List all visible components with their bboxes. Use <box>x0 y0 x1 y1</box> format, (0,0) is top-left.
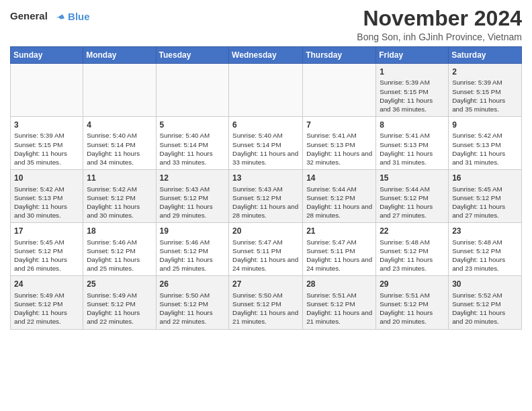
calendar-day-cell: 26Sunrise: 5:50 AMSunset: 5:12 PMDayligh… <box>156 276 229 329</box>
day-number: 14 <box>306 173 372 183</box>
calendar-day-cell: 22Sunrise: 5:48 AMSunset: 5:12 PMDayligh… <box>376 223 449 276</box>
day-number: 26 <box>160 279 226 289</box>
day-info: Sunrise: 5:41 AMSunset: 5:13 PMDaylight:… <box>380 131 445 167</box>
calendar-day-cell: 5Sunrise: 5:40 AMSunset: 5:14 PMDaylight… <box>156 117 229 170</box>
day-info: Sunrise: 5:43 AMSunset: 5:12 PMDaylight:… <box>160 185 226 220</box>
calendar-day-cell: 11Sunrise: 5:42 AMSunset: 5:12 PMDayligh… <box>83 170 156 223</box>
calendar-day-cell: 2Sunrise: 5:39 AMSunset: 5:15 PMDaylight… <box>449 64 522 117</box>
day-info: Sunrise: 5:47 AMSunset: 5:11 PMDaylight:… <box>306 238 372 273</box>
calendar-table: SundayMondayTuesdayWednesdayThursdayFrid… <box>10 46 522 329</box>
calendar-header: SundayMondayTuesdayWednesdayThursdayFrid… <box>11 47 522 64</box>
calendar-day-cell: 19Sunrise: 5:46 AMSunset: 5:12 PMDayligh… <box>156 223 229 276</box>
calendar-week-row: 3Sunrise: 5:39 AMSunset: 5:15 PMDaylight… <box>11 117 522 170</box>
calendar-day-cell <box>83 64 156 117</box>
weekday-sunday: Sunday <box>11 47 83 64</box>
calendar-body: 1Sunrise: 5:39 AMSunset: 5:15 PMDaylight… <box>11 64 522 329</box>
header: General Blue November 2024 Bong Son, inh… <box>10 7 522 42</box>
day-number: 24 <box>14 279 79 289</box>
day-info: Sunrise: 5:50 AMSunset: 5:12 PMDaylight:… <box>232 291 299 326</box>
day-number: 30 <box>452 279 518 289</box>
calendar-day-cell: 10Sunrise: 5:42 AMSunset: 5:13 PMDayligh… <box>11 170 83 223</box>
day-number: 23 <box>452 226 518 236</box>
day-info: Sunrise: 5:42 AMSunset: 5:13 PMDaylight:… <box>452 131 518 167</box>
day-info: Sunrise: 5:42 AMSunset: 5:13 PMDaylight:… <box>14 185 79 220</box>
calendar-day-cell: 30Sunrise: 5:52 AMSunset: 5:12 PMDayligh… <box>449 276 522 329</box>
day-info: Sunrise: 5:42 AMSunset: 5:12 PMDaylight:… <box>87 185 152 220</box>
weekday-friday: Friday <box>376 47 449 64</box>
logo-bird-icon <box>52 9 66 24</box>
day-info: Sunrise: 5:51 AMSunset: 5:12 PMDaylight:… <box>380 291 445 326</box>
calendar-day-cell: 27Sunrise: 5:50 AMSunset: 5:12 PMDayligh… <box>229 276 303 329</box>
day-info: Sunrise: 5:43 AMSunset: 5:12 PMDaylight:… <box>232 185 299 220</box>
day-number: 9 <box>452 120 518 130</box>
weekday-monday: Monday <box>83 47 156 64</box>
day-info: Sunrise: 5:46 AMSunset: 5:12 PMDaylight:… <box>87 238 152 273</box>
day-info: Sunrise: 5:50 AMSunset: 5:12 PMDaylight:… <box>160 291 226 326</box>
day-number: 27 <box>232 279 299 289</box>
day-number: 4 <box>87 120 152 130</box>
calendar-day-cell: 14Sunrise: 5:44 AMSunset: 5:12 PMDayligh… <box>303 170 376 223</box>
logo: General Blue <box>10 9 90 24</box>
day-info: Sunrise: 5:51 AMSunset: 5:12 PMDaylight:… <box>306 291 372 326</box>
calendar-week-row: 24Sunrise: 5:49 AMSunset: 5:12 PMDayligh… <box>11 276 522 329</box>
day-info: Sunrise: 5:39 AMSunset: 5:15 PMDaylight:… <box>380 78 445 113</box>
calendar-day-cell: 25Sunrise: 5:49 AMSunset: 5:12 PMDayligh… <box>83 276 156 329</box>
calendar-day-cell: 9Sunrise: 5:42 AMSunset: 5:13 PMDaylight… <box>449 117 522 170</box>
day-number: 18 <box>87 226 152 236</box>
day-number: 8 <box>380 120 445 130</box>
calendar-day-cell: 17Sunrise: 5:45 AMSunset: 5:12 PMDayligh… <box>11 223 83 276</box>
day-info: Sunrise: 5:47 AMSunset: 5:11 PMDaylight:… <box>232 238 299 273</box>
day-info: Sunrise: 5:49 AMSunset: 5:12 PMDaylight:… <box>87 291 152 326</box>
calendar-day-cell: 7Sunrise: 5:41 AMSunset: 5:13 PMDaylight… <box>303 117 376 170</box>
day-number: 10 <box>14 173 79 183</box>
day-info: Sunrise: 5:48 AMSunset: 5:12 PMDaylight:… <box>452 238 518 273</box>
logo-line2: Blue <box>68 11 90 23</box>
calendar-day-cell: 29Sunrise: 5:51 AMSunset: 5:12 PMDayligh… <box>376 276 449 329</box>
day-number: 29 <box>380 279 445 289</box>
day-info: Sunrise: 5:52 AMSunset: 5:12 PMDaylight:… <box>452 291 518 326</box>
calendar-week-row: 17Sunrise: 5:45 AMSunset: 5:12 PMDayligh… <box>11 223 522 276</box>
calendar-day-cell <box>303 64 376 117</box>
day-info: Sunrise: 5:40 AMSunset: 5:14 PMDaylight:… <box>87 131 152 167</box>
calendar-day-cell: 28Sunrise: 5:51 AMSunset: 5:12 PMDayligh… <box>303 276 376 329</box>
day-number: 28 <box>306 279 372 289</box>
calendar-day-cell: 15Sunrise: 5:44 AMSunset: 5:12 PMDayligh… <box>376 170 449 223</box>
weekday-thursday: Thursday <box>303 47 376 64</box>
page-container: General Blue November 2024 Bong Son, inh… <box>0 0 532 333</box>
day-number: 15 <box>380 173 445 183</box>
logo-line1: General <box>10 10 48 21</box>
day-number: 17 <box>14 226 79 236</box>
calendar-day-cell <box>11 64 83 117</box>
calendar-day-cell: 1Sunrise: 5:39 AMSunset: 5:15 PMDaylight… <box>376 64 449 117</box>
day-number: 20 <box>232 226 299 236</box>
page-subtitle: Bong Son, inh GJinh Province, Vietnam <box>357 32 522 42</box>
day-info: Sunrise: 5:39 AMSunset: 5:15 PMDaylight:… <box>14 131 79 167</box>
day-info: Sunrise: 5:39 AMSunset: 5:15 PMDaylight:… <box>452 78 518 113</box>
day-number: 12 <box>160 173 226 183</box>
weekday-header-row: SundayMondayTuesdayWednesdayThursdayFrid… <box>11 47 522 64</box>
day-number: 3 <box>14 120 79 130</box>
day-info: Sunrise: 5:45 AMSunset: 5:12 PMDaylight:… <box>14 238 79 273</box>
calendar-day-cell <box>229 64 303 117</box>
day-info: Sunrise: 5:46 AMSunset: 5:12 PMDaylight:… <box>160 238 226 273</box>
calendar-day-cell: 6Sunrise: 5:40 AMSunset: 5:14 PMDaylight… <box>229 117 303 170</box>
day-info: Sunrise: 5:45 AMSunset: 5:12 PMDaylight:… <box>452 185 518 220</box>
calendar-day-cell: 4Sunrise: 5:40 AMSunset: 5:14 PMDaylight… <box>83 117 156 170</box>
day-number: 16 <box>452 173 518 183</box>
calendar-day-cell: 20Sunrise: 5:47 AMSunset: 5:11 PMDayligh… <box>229 223 303 276</box>
day-number: 5 <box>160 120 226 130</box>
day-number: 7 <box>306 120 372 130</box>
calendar-day-cell: 12Sunrise: 5:43 AMSunset: 5:12 PMDayligh… <box>156 170 229 223</box>
day-number: 25 <box>87 279 152 289</box>
weekday-tuesday: Tuesday <box>156 47 229 64</box>
day-number: 6 <box>232 120 299 130</box>
day-info: Sunrise: 5:40 AMSunset: 5:14 PMDaylight:… <box>232 131 299 167</box>
calendar-day-cell: 3Sunrise: 5:39 AMSunset: 5:15 PMDaylight… <box>11 117 83 170</box>
calendar-week-row: 10Sunrise: 5:42 AMSunset: 5:13 PMDayligh… <box>11 170 522 223</box>
calendar-day-cell <box>156 64 229 117</box>
day-info: Sunrise: 5:44 AMSunset: 5:12 PMDaylight:… <box>380 185 445 220</box>
calendar-day-cell: 13Sunrise: 5:43 AMSunset: 5:12 PMDayligh… <box>229 170 303 223</box>
day-number: 13 <box>232 173 299 183</box>
day-number: 21 <box>306 226 372 236</box>
day-info: Sunrise: 5:41 AMSunset: 5:13 PMDaylight:… <box>306 131 372 167</box>
